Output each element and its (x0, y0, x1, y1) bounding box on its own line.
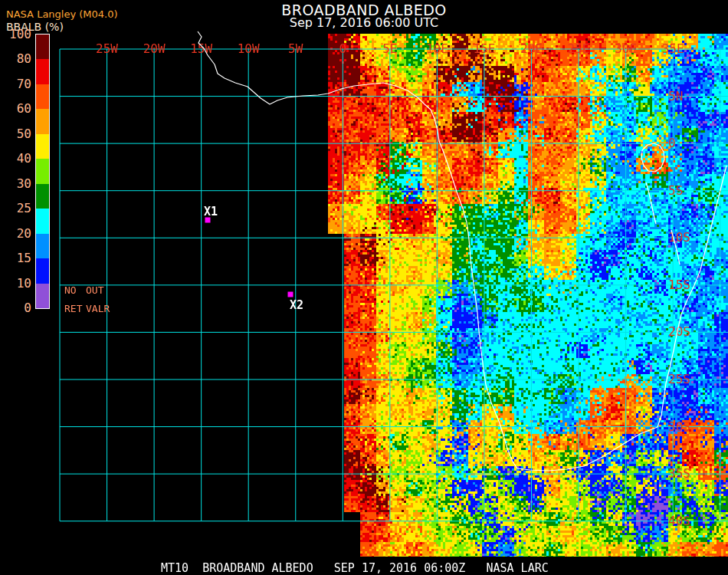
colorbar-tick: 40 (0, 151, 31, 166)
albedo-map-canvas (328, 34, 728, 557)
legend-out: OUT (86, 284, 103, 296)
source-label: NASA Langley (M04.0) (6, 8, 118, 20)
colorbar-segment (36, 209, 49, 233)
marker-dot-x1 (205, 218, 211, 223)
colorbar-segment (36, 184, 49, 209)
colorbar-tick: 50 (0, 127, 31, 141)
colorbar-segment (36, 159, 49, 183)
longitude-label: 5W (288, 41, 303, 56)
colorbar-segment (36, 109, 49, 133)
footer-bar: MT10 BROADBAND ALBEDO SEP 17, 2016 06:00… (0, 557, 728, 575)
colorbar-segment (36, 59, 49, 84)
colorbar-tick: 70 (0, 77, 31, 91)
colorbar-segment (36, 284, 49, 308)
marker-label-x1: X1 (204, 205, 218, 219)
legend-valr: VALR (86, 303, 110, 314)
colorbar-segment (36, 258, 49, 283)
colorbar-tick: 10 (0, 276, 31, 291)
colorbar-segment (36, 84, 49, 109)
legend-ret: RET (64, 303, 82, 314)
longitude-label: 25W (96, 41, 118, 56)
colorbar-segment (36, 234, 49, 258)
longitude-label: 15W (190, 41, 212, 56)
colorbar-tick: 80 (0, 51, 31, 66)
colorbar-tick: 15 (0, 251, 31, 265)
colorbar-tick: 25 (0, 201, 31, 215)
colorbar-tick: 30 (0, 176, 31, 191)
longitude-label: 10W (238, 41, 260, 56)
colorbar (35, 34, 50, 309)
marker-dot-x2 (288, 292, 293, 297)
colorbar-tick: 100 (0, 27, 31, 41)
footer-text: MT10 BROADBAND ALBEDO SEP 17, 2016 06:00… (161, 561, 549, 575)
albedo-product-screen: { "header": { "title": "BROADBAND ALBEDO… (0, 0, 728, 575)
colorbar-tick: 0 (0, 301, 31, 315)
marker-label-x2: X2 (290, 298, 303, 312)
legend-no: NO (64, 284, 77, 296)
colorbar-tick: 60 (0, 101, 31, 116)
colorbar-segment (36, 134, 49, 159)
longitude-label: 20W (143, 41, 166, 56)
colorbar-tick: 20 (0, 226, 31, 241)
colorbar-segment (36, 34, 49, 59)
